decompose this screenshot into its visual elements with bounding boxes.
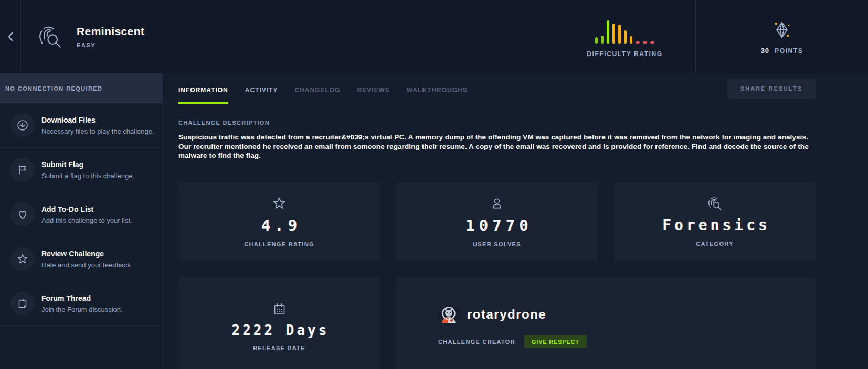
connection-banner: NO CONNECTION REQUIRED xyxy=(0,73,162,103)
difficulty-bar xyxy=(618,25,621,44)
sidebar-item-subtitle: Necessary files to play the challenge. xyxy=(41,127,154,135)
sidebar-item-title: Forum Thread xyxy=(41,294,123,302)
difficulty-rating-chart xyxy=(595,16,654,44)
heart-icon xyxy=(16,208,29,221)
sidebar-item-download-files[interactable]: Download Files Necessary files to play t… xyxy=(0,103,162,148)
notepad-icon xyxy=(16,297,29,310)
challenge-description-block: CHALLENGE DESCRIPTION Suspicious traffic… xyxy=(178,120,816,160)
sidebar-item-forum-thread[interactable]: Forum Thread Join the Forum discussion. xyxy=(0,281,162,326)
sidebar-item-subtitle: Rate and send your feedback. xyxy=(41,261,132,269)
difficulty-bar xyxy=(612,24,615,44)
download-icon xyxy=(16,119,29,132)
category-value: Forensics xyxy=(659,216,770,234)
difficulty-rating-label: DIFFICULTY RATING xyxy=(587,50,663,58)
sidebar-item-subtitle: Add this challenge to your list. xyxy=(41,216,132,224)
sidebar-item-submit-flag[interactable]: Submit Flag Submit a flag to this challe… xyxy=(0,148,162,192)
release-date-card: 2222 Days RELEASE DATE xyxy=(178,277,380,369)
difficulty-bar xyxy=(643,41,647,44)
sidebar-item-title: Add To-Do List xyxy=(41,205,132,213)
difficulty-bar xyxy=(630,36,632,44)
tab-walkthroughs[interactable]: WALKTHROUGHS xyxy=(407,86,468,104)
challenge-rating-value: 4.9 xyxy=(257,216,301,234)
points-label: POINTS xyxy=(775,47,803,55)
tab-activity[interactable]: ACTIVITY xyxy=(245,86,278,104)
creator-avatar[interactable] xyxy=(438,304,459,325)
star-icon xyxy=(272,196,287,211)
sidebar-item-review-challenge[interactable]: Review Challenge Rate and send your feed… xyxy=(0,237,162,281)
give-respect-button[interactable]: GIVE RESPECT xyxy=(524,335,587,348)
challenge-header: Reminiscent EASY xyxy=(21,0,554,73)
back-chevron-icon xyxy=(7,32,14,41)
share-results-button[interactable]: SHARE RESULTS xyxy=(727,79,816,99)
person-icon xyxy=(490,197,504,210)
difficulty-bar xyxy=(595,37,598,44)
astronaut-cat-avatar xyxy=(438,304,459,325)
user-solves-card: 10770 USER SOLVES xyxy=(396,182,598,261)
points-section: 30 POINTS xyxy=(695,0,868,73)
challenge-rating-card: 4.9 CHALLENGE RATING xyxy=(178,182,380,261)
difficulty-bar xyxy=(607,20,609,44)
category-card: Forensics CATEGORY xyxy=(614,182,816,261)
fingerprint-magnifier-icon xyxy=(707,196,723,211)
user-solves-value: 10770 xyxy=(461,216,532,234)
sidebar-item-subtitle: Join the Forum discussion. xyxy=(41,306,123,313)
calendar-icon xyxy=(272,302,287,316)
release-date-value: 2222 Days xyxy=(229,322,330,338)
header: Reminiscent EASY DIFFICULTY RATING 30 PO… xyxy=(0,0,868,73)
fingerprint-magnifier-icon xyxy=(37,24,63,50)
tab-information[interactable]: INFORMATION xyxy=(178,86,228,104)
sidebar: NO CONNECTION REQUIRED Download Files Ne… xyxy=(0,73,163,369)
tab-changelog[interactable]: CHANGELOG xyxy=(294,86,340,104)
difficulty-bar xyxy=(624,30,627,44)
user-solves-label: USER SOLVES xyxy=(473,241,521,247)
gem-icon xyxy=(773,19,791,40)
points-value: 30 xyxy=(761,47,769,55)
difficulty-rating-section: DIFFICULTY RATING xyxy=(554,0,695,73)
challenge-description-label: CHALLENGE DESCRIPTION xyxy=(178,120,816,126)
challenge-rating-label: CHALLENGE RATING xyxy=(244,241,314,247)
sidebar-item-title: Review Challenge xyxy=(41,249,132,258)
tab-bar: INFORMATION ACTIVITY CHANGELOG REVIEWS W… xyxy=(178,79,727,104)
difficulty-bar xyxy=(650,41,654,44)
flag-icon xyxy=(16,164,29,176)
challenge-creator-card: rotarydrone CHALLENGE CREATOR GIVE RESPE… xyxy=(396,277,816,369)
sidebar-item-add-todo[interactable]: Add To-Do List Add this challenge to you… xyxy=(0,192,162,237)
star-icon xyxy=(16,253,29,265)
back-button[interactable] xyxy=(0,0,21,73)
sidebar-item-subtitle: Submit a flag to this challenge. xyxy=(41,172,134,180)
category-label: CATEGORY xyxy=(696,241,734,247)
release-date-label: RELEASE DATE xyxy=(253,345,305,351)
content: INFORMATION ACTIVITY CHANGELOG REVIEWS W… xyxy=(163,73,868,369)
sidebar-item-title: Download Files xyxy=(41,116,154,124)
difficulty-bar xyxy=(601,36,604,44)
difficulty-badge: EASY xyxy=(77,42,144,48)
creator-name[interactable]: rotarydrone xyxy=(467,307,546,322)
tab-reviews[interactable]: REVIEWS xyxy=(357,86,389,104)
difficulty-bar xyxy=(636,41,640,44)
page-title: Reminiscent xyxy=(77,25,144,38)
challenge-description-text: Suspicious traffic was detected from a r… xyxy=(178,133,816,160)
sidebar-item-title: Submit Flag xyxy=(41,160,134,169)
creator-label: CHALLENGE CREATOR xyxy=(438,339,515,345)
